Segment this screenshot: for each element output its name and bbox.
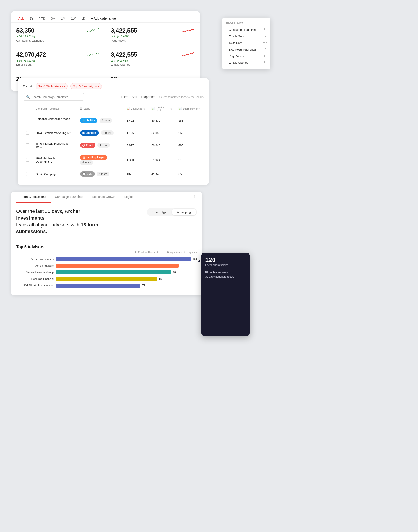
row-checkbox[interactable] <box>26 119 29 122</box>
filter-button[interactable]: Filter <box>121 95 128 99</box>
bar-value-secure: 99 <box>173 271 176 274</box>
bar-row-athlon: Athlon Advisors <box>16 264 197 268</box>
row-launched: 1,402 <box>124 114 148 127</box>
tab-campaign-launches[interactable]: Campaign Launches <box>51 192 87 203</box>
select-all-header[interactable] <box>23 103 33 114</box>
chart-legend: Content Requests · Appointment Requests <box>16 251 197 254</box>
row-checkbox[interactable] <box>26 158 29 162</box>
bar-label-bml: BML Wealth Management <box>16 284 54 287</box>
eye-icon[interactable]: 👁 <box>263 61 267 65</box>
eye-icon[interactable]: 👁 <box>263 28 267 32</box>
by-campaign-toggle[interactable]: By campaign <box>172 209 196 215</box>
more-steps-pill[interactable]: 4 more <box>100 118 112 123</box>
emails-sent-header[interactable]: 📊 Emails Sent ⇅ <box>148 103 175 114</box>
row-launched: 1,350 <box>124 152 148 168</box>
emails-opened-label: Emails Opened <box>111 63 195 66</box>
row-emails-sent: 60,648 <box>148 139 175 152</box>
campaign-templates-table: Campaign Template ☰ Steps 📊 Launched ⇅ <box>23 103 204 180</box>
tab-1w[interactable]: 1W <box>69 15 78 23</box>
bar-track-archer: 120 <box>56 257 197 261</box>
row-submissions: 356 <box>175 114 204 127</box>
row-name: 2024 Hidden Tax Opportuniti... <box>33 152 77 168</box>
properties-button[interactable]: Properties <box>141 95 155 99</box>
top-10-advisors-pill[interactable]: Top 10% Advisors ▾ <box>35 83 68 89</box>
legend-separator: · <box>163 251 163 254</box>
cohort-row: Cohort: Top 10% Advisors ▾ Top 5 Campaig… <box>23 83 204 89</box>
eye-icon[interactable]: 👁 <box>263 34 267 38</box>
row-checkbox-cell[interactable] <box>23 152 33 168</box>
search-actions-row: 🔍 Filter Sort Properties Select template… <box>23 93 204 103</box>
select-all-checkbox[interactable] <box>26 107 29 111</box>
search-input[interactable] <box>32 95 81 99</box>
more-steps-pill[interactable]: 4 more <box>97 171 109 176</box>
legend-appointment-requests: Appointment Requests <box>167 251 197 254</box>
dropdown-item-blogs[interactable]: ⠿ Blog Posts Published 👁 <box>225 46 267 53</box>
step-badge: 💬 SMS <box>80 171 95 177</box>
dropdown-item-emailsopened[interactable]: ⠿ Emails Opened 👁 <box>225 59 267 66</box>
row-checkbox[interactable] <box>26 143 29 147</box>
campaigns-launched-label: Campaigns Launched <box>16 39 100 42</box>
top-5-campaigns-pill[interactable]: Top 5 Campaigns ▾ <box>70 83 102 89</box>
stat-emails-sent: 42,070,472 ▲34 (+13.62%) Emails Sent <box>11 47 105 71</box>
row-steps: 💬 SMS 4 more <box>77 168 124 180</box>
bar-label-treece: TreeceCo Financial <box>16 277 54 281</box>
table-row: Opt-in Campaign 💬 SMS 4 more 434 41,945 … <box>23 168 204 180</box>
more-steps-pill[interactable]: 4 more <box>101 130 113 135</box>
drag-handle-icon: ⠿ <box>225 55 227 57</box>
more-steps-pill[interactable]: 4 more <box>80 160 93 165</box>
chevron-down-icon: ▾ <box>98 85 99 87</box>
dropdown-item-texts[interactable]: ⠿ Texts Sent 👁 <box>225 40 267 46</box>
eye-icon[interactable]: 👁 <box>263 47 267 51</box>
row-checkbox[interactable] <box>26 131 29 135</box>
tab-logins[interactable]: Logins <box>120 192 138 203</box>
row-emails-sent: 41,945 <box>148 168 175 180</box>
row-checkbox-cell[interactable] <box>23 114 33 127</box>
tab-1m[interactable]: 1M <box>59 15 68 23</box>
badge-label: SMS <box>87 172 93 176</box>
tab-audience-growth[interactable]: Audience Growth <box>87 192 120 203</box>
campaigns-launched-change: ▲34 (+13.62%) <box>16 35 35 38</box>
emails-sent-value: 42,070,472 <box>16 51 46 58</box>
emails-opened-sparkline <box>182 51 195 58</box>
form-submissions-card: Form Submissions Campaign Launches Audie… <box>11 192 202 295</box>
dropdown-item-emails[interactable]: ⠿ Emails Sent 👁 <box>225 33 267 40</box>
row-launched: 1,125 <box>124 127 148 139</box>
drag-handle-icon: ⠿ <box>225 28 227 31</box>
tab-all[interactable]: ALL <box>16 15 26 23</box>
tab-form-submissions[interactable]: Form Submissions <box>16 192 51 203</box>
tab-1y[interactable]: 1Y <box>27 15 35 23</box>
submissions-header[interactable]: 📊 Submissions ⇅ <box>175 103 204 114</box>
top-5-advisors-title: Top 5 Advisors <box>16 245 197 249</box>
launched-header[interactable]: 📊 Launched ⇅ <box>124 103 148 114</box>
by-form-type-toggle[interactable]: By form type <box>148 209 171 215</box>
bar-track-bml: 72 <box>56 283 197 288</box>
tooltip-label: Form submissions <box>205 263 246 267</box>
row-emails-sent: 52,088 <box>148 127 175 139</box>
tab-add-date-range[interactable]: + Add date range <box>89 15 118 23</box>
drag-handle-icon: ⠿ <box>225 35 227 38</box>
table-row: 2024 Hidden Tax Opportuniti... ▤ Landing… <box>23 152 204 168</box>
search-box[interactable]: 🔍 <box>23 93 84 101</box>
row-checkbox-cell[interactable] <box>23 168 33 180</box>
eye-icon[interactable]: 👁 <box>263 54 267 58</box>
dropdown-item-pageviews[interactable]: ⠿ Page Views 👁 <box>225 53 267 59</box>
badge-label: Landing Pages <box>86 156 104 159</box>
sort-button[interactable]: Sort <box>132 95 137 99</box>
date-tabs: ALL 1Y YTD 3M 1M 1W 1D + Add date range <box>11 11 200 23</box>
table-row: Personal Connection Video |... 🐦 Twitter… <box>23 114 204 127</box>
tab-3m[interactable]: 3M <box>49 15 57 23</box>
dropdown-item-campaigns[interactable]: ⠿ Campaigns Launched 👁 <box>225 26 267 33</box>
dots-menu-icon[interactable]: ⠿ <box>194 195 197 199</box>
tab-1d[interactable]: 1D <box>79 15 87 23</box>
badge-icon: ▤ <box>82 156 85 159</box>
row-checkbox[interactable] <box>26 172 29 176</box>
campaign-templates-card: Cohort: Top 10% Advisors ▾ Top 5 Campaig… <box>18 78 209 185</box>
row-checkbox-cell[interactable] <box>23 127 33 139</box>
tab-ytd[interactable]: YTD <box>37 15 47 23</box>
more-steps-pill[interactable]: 4 more <box>97 143 110 147</box>
shown-in-table-dropdown: Shown in table ⠿ Campaigns Launched 👁 ⠿ … <box>222 18 270 69</box>
page-views-change: ▲34 (+13.62%) <box>111 35 137 38</box>
emails-sent-label: Emails Sent <box>16 63 100 66</box>
eye-icon[interactable]: 👁 <box>263 41 267 45</box>
row-checkbox-cell[interactable] <box>23 139 33 152</box>
